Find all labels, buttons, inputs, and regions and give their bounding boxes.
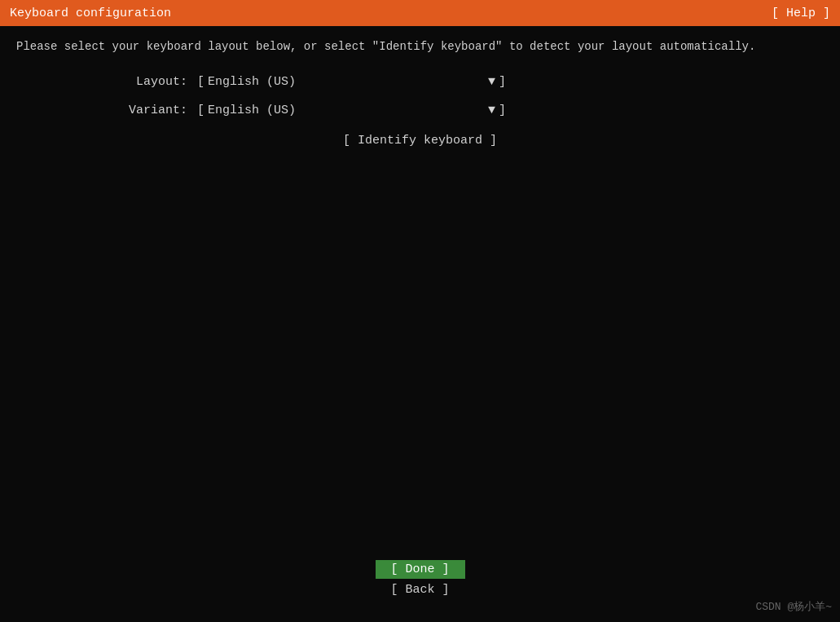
variant-bracket-close: ] (499, 104, 506, 117)
back-button[interactable]: [ Back ] (376, 580, 465, 599)
help-button[interactable]: [ Help ] (772, 7, 830, 20)
identify-keyboard-button[interactable]: [ Identify keyboard ] (338, 132, 502, 149)
done-button[interactable]: [ Done ] (376, 560, 465, 579)
variant-arrow: ▼ (488, 104, 495, 117)
layout-bracket-close: ] (499, 75, 506, 89)
variant-label: Variant: (114, 104, 187, 117)
layout-dropdown[interactable]: [ English (US) ▼ ] (197, 75, 506, 89)
instruction-text: Please select your keyboard layout below… (16, 39, 824, 55)
layout-arrow: ▼ (488, 75, 495, 89)
content-area: Please select your keyboard layout below… (0, 26, 840, 162)
layout-row: Layout: [ English (US) ▼ ] (16, 75, 824, 89)
layout-bracket-open: [ (197, 75, 205, 89)
variant-row: Variant: [ English (US) ▼ ] (16, 104, 824, 117)
identify-btn-row: [ Identify keyboard ] (16, 132, 824, 149)
layout-label: Layout: (114, 75, 187, 89)
bottom-buttons: [ Done ] [ Back ] (376, 560, 465, 599)
watermark: CSDN @杨小羊~ (755, 599, 832, 614)
title-bar: Keyboard configuration [ Help ] (0, 0, 840, 26)
layout-value: English (US) (208, 75, 485, 89)
variant-dropdown[interactable]: [ English (US) ▼ ] (197, 104, 506, 117)
variant-value: English (US) (208, 104, 485, 117)
variant-bracket-open: [ (197, 104, 205, 117)
window-title: Keyboard configuration (10, 7, 171, 20)
